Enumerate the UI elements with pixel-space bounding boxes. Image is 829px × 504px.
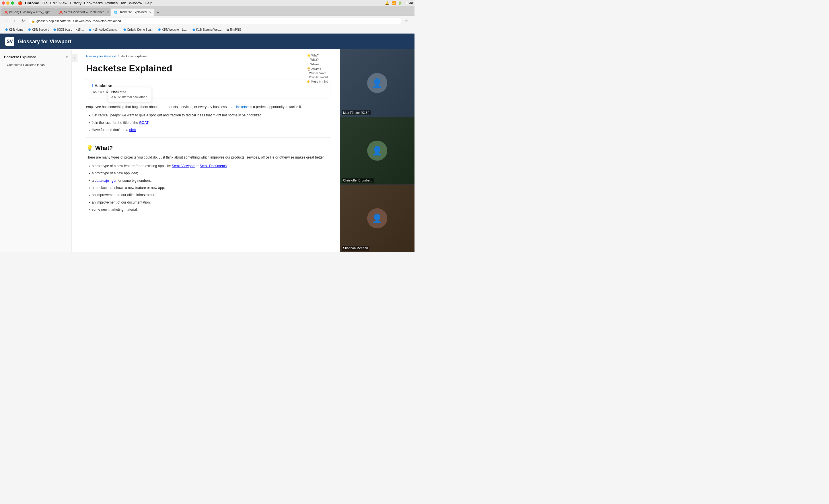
url-bar[interactable]: 🔒 glossary.cdp.sschatter.k15t.dev/en/cs/… <box>29 18 403 24</box>
toc-item-winner-award[interactable]: Winner Award <box>307 71 338 75</box>
close-button[interactable] <box>2 1 5 5</box>
minimize-button[interactable] <box>6 1 9 5</box>
toc-why-label: Why? <box>312 53 319 57</box>
goat-link[interactable]: GOAT <box>139 121 149 125</box>
bookmark-star-icon[interactable]: ☆ <box>405 19 408 23</box>
menu-window[interactable]: Window <box>129 1 142 5</box>
bookmark-tinypng[interactable]: 🖼 TinyPNG <box>224 27 243 32</box>
tab-bar: ❌ (v1-en) Glossary – H25_Light... ✕ ❌ Sc… <box>0 6 414 16</box>
back-button[interactable]: ‹ <box>3 18 9 24</box>
window-controls[interactable] <box>2 1 14 5</box>
tab-close-3[interactable]: ✕ <box>149 11 151 14</box>
bookmark-active-campa[interactable]: 🔷 K15t ActiveCampa... <box>86 27 120 32</box>
toc-awards-label: Awards <box>312 67 321 71</box>
trophy-icon: 🏆 <box>307 67 311 71</box>
video-placeholder-1: 👤 <box>340 49 414 117</box>
bookmark-favicon-2: 🔷 <box>53 28 56 31</box>
maximize-button[interactable] <box>11 1 14 5</box>
bookmark-favicon-1: 🔷 <box>28 28 31 31</box>
tab-close-2[interactable]: ✕ <box>107 11 109 14</box>
menu-profiles[interactable]: Profiles <box>105 1 118 5</box>
hacketse-link[interactable]: Hacketse <box>235 105 249 109</box>
tab-1[interactable]: ❌ (v1-en) Glossary – H25_Light... ✕ <box>1 8 56 16</box>
tab-label-3: Hacketse Explained <box>119 10 147 14</box>
bookmark-k15t-home[interactable]: 🔷 K15t Home <box>3 27 25 32</box>
app-logo: SV <box>5 37 14 46</box>
bookmark-favicon-6: 🔷 <box>192 28 195 31</box>
notification-icon[interactable]: 🔔 <box>385 1 389 5</box>
list-item: a datamajninger for some big numbers; <box>92 178 331 183</box>
tab-label-1: (v1-en) Glossary – H25_Light... <box>9 10 53 14</box>
bookmark-label-4: Orderly Demo Spa... <box>127 28 153 32</box>
bookmark-orderly[interactable]: 🔷 Orderly Demo Spa... <box>121 27 155 32</box>
star-icon: 🌟 <box>307 53 311 57</box>
toc-item-why[interactable]: 🌟 Why? <box>307 53 338 57</box>
menu-bookmarks[interactable]: Bookmarks <box>84 1 103 5</box>
list-item: a prototype of a new app idea; <box>92 170 331 176</box>
sidebar-item-label-completed: Completed Hacketse ideas <box>7 63 44 67</box>
list-item: an improvement to our office infrastruct… <box>92 192 331 198</box>
bookmark-label-7: TinyPNG <box>230 28 241 32</box>
bookmark-favicon-0: 🔷 <box>5 28 8 31</box>
tooltip-popup: Hacketse A K15t internal hackathon. <box>108 87 152 102</box>
menu-history[interactable]: History <box>70 1 81 5</box>
tab-3[interactable]: 🌐 Hacketse Explained ✕ <box>111 8 154 16</box>
bookmark-k15t-support[interactable]: 🔷 K15t Support <box>26 27 50 32</box>
toc-item-founder-award[interactable]: Founder Award <box>307 75 338 79</box>
bookmark-iodb[interactable]: 🔷 IODB board – K15t... <box>51 27 86 32</box>
sidebar: Hacketse Explained ▾ Completed Hacketse … <box>0 49 72 252</box>
toc-winner-label: Winner Award <box>309 72 326 75</box>
bookmark-k15t-staging[interactable]: 🔷 K15t Staging Web... <box>190 27 224 32</box>
sidebar-item-completed[interactable]: Completed Hacketse ideas <box>0 61 72 69</box>
video-name-3: Shannon Meehan <box>341 246 369 250</box>
section-divider <box>86 137 331 138</box>
menu-file[interactable]: File <box>42 1 48 5</box>
toc-item-when[interactable]: When? <box>307 62 338 67</box>
menu-view[interactable]: View <box>59 1 67 5</box>
bookmarks-bar: 🔷 K15t Home 🔷 K15t Support 🔷 IODB board … <box>0 26 414 34</box>
refresh-button[interactable]: ↻ <box>20 18 26 24</box>
bookmark-favicon-5: 🔷 <box>158 28 161 31</box>
bookmark-favicon-7: 🖼 <box>226 28 229 32</box>
toc-item-keep-in-mind[interactable]: 👉 Keep in mind <box>307 79 338 84</box>
menu-chrome[interactable]: Chrome <box>25 1 39 5</box>
tab-favicon-3: 🌐 <box>114 10 118 14</box>
what-bullet-list: a prototype of a new feature for an exis… <box>92 163 331 213</box>
bookmark-k15t-website[interactable]: 🔷 K15t Website – Lo... <box>156 27 190 32</box>
avatar-3: 👤 <box>367 208 387 229</box>
scroll-viewport-link[interactable]: Scroll Viewport <box>172 164 195 168</box>
scroll-documents-link[interactable]: Scroll Documents <box>200 164 227 168</box>
menu-bar: 🍎 Chrome File Edit View History Bookmark… <box>0 0 414 6</box>
list-item: a prototype of a new feature for an exis… <box>92 163 331 169</box>
toc-founder-label: Founder Award <box>309 76 328 79</box>
menu-edit[interactable]: Edit <box>50 1 57 5</box>
forward-button[interactable]: › <box>11 18 18 24</box>
share-icon[interactable]: ⤴ <box>410 19 411 23</box>
bookmark-label-5: K15t Website – Lo... <box>162 28 188 32</box>
tab-favicon-2: ❌ <box>59 10 63 14</box>
app-title: Glossary for Viewport <box>18 38 71 44</box>
breadcrumb: Glossary for Viewport / Hacketse Explain… <box>86 54 331 58</box>
toc-item-awards[interactable]: 🏆 Awards <box>307 67 338 71</box>
datamajninger-link[interactable]: datamajninger <box>95 178 116 182</box>
list-item: a mockup that shows a new feature or new… <box>92 185 331 191</box>
menu-tab[interactable]: Tab <box>120 1 126 5</box>
list-item: Get radical, peeps: we want to give a sp… <box>92 112 331 118</box>
video-name-2: Christoffer Bromberg <box>341 178 374 183</box>
tab-2[interactable]: ❌ Scroll Viewport – Confluence ✕ <box>56 8 110 16</box>
toc-item-what[interactable]: What? <box>307 57 338 62</box>
sidebar-collapse-button[interactable]: ‹ <box>72 53 77 62</box>
menu-help[interactable]: Help <box>145 1 152 5</box>
pleb-link[interactable]: pleb <box>129 128 136 132</box>
sidebar-item-hacketse[interactable]: Hacketse Explained ▾ <box>0 53 72 61</box>
new-tab-button[interactable]: + <box>155 9 161 16</box>
apple-menu[interactable]: 🍎 <box>18 1 23 5</box>
list-item: an improvement of our documentation; <box>92 199 331 205</box>
video-tile-1: 👤 Max Förster (K15t) <box>340 49 414 117</box>
sidebar-item-label-hacketse: Hacketse Explained <box>4 55 36 59</box>
toc-panel: 🌟 Why? What? When? 🏆 Awards Winner Award… <box>307 53 338 84</box>
list-item: Have fun and don't be a pleb. <box>92 127 331 133</box>
right-panel: 👤 Max Förster (K15t) 👤 Christoffer Bromb… <box>340 49 414 252</box>
address-actions: ☆ ⤴ <box>405 19 411 23</box>
breadcrumb-home[interactable]: Glossary for Viewport <box>86 54 116 58</box>
